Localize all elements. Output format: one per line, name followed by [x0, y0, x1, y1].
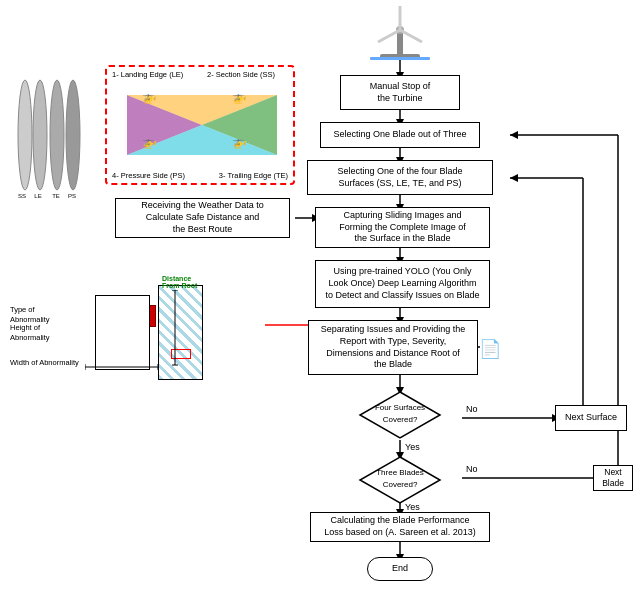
landing-edge-label: 1- Landing Edge (LE): [112, 70, 183, 79]
drone4-icon: 🚁: [142, 135, 157, 149]
select-surface-box: Selecting One of the four Blade Surfaces…: [307, 160, 493, 195]
drone-surface-diagram: 1- Landing Edge (LE) 2- Section Side (SS…: [105, 65, 295, 185]
next-blade-box: Next Blade: [593, 465, 633, 491]
select-blade-box: Selecting One Blade out of Three: [320, 122, 480, 148]
svg-point-60: [66, 80, 80, 190]
width-abnormality-label: Width of Abnormality: [10, 358, 79, 367]
manual-stop-box: Manual Stop of the Turbine: [340, 75, 460, 110]
trailing-edge-label: 3- Trailing Edge (TE): [219, 171, 288, 180]
svg-line-44: [400, 30, 422, 42]
abnormality-outline-box: [95, 295, 150, 370]
next-surface-box: Next Surface: [555, 405, 627, 431]
section-side-label: 2- Section Side (SS): [207, 70, 275, 79]
document-icon: 📄: [479, 338, 501, 360]
blade-silhouette: SS LE TE PS: [10, 70, 90, 200]
weather-data-box: Receiving the Weather Data to Calculate …: [115, 198, 290, 238]
svg-text:Covered?: Covered?: [383, 480, 418, 489]
drone2-icon: 🚁: [232, 90, 247, 104]
turbine-icon: [360, 2, 440, 62]
calc-performance-box: Calculating the Blade Performance Loss b…: [310, 512, 490, 542]
report-box: Separating Issues and Providing the Repo…: [308, 320, 478, 375]
svg-text:Four Surfaces: Four Surfaces: [375, 403, 425, 412]
svg-text:LE: LE: [34, 193, 41, 199]
end-box: End: [367, 557, 433, 581]
svg-rect-39: [397, 30, 403, 58]
svg-text:Covered?: Covered?: [383, 415, 418, 424]
capture-images-box: Capturing Sliding Images and Forming the…: [315, 207, 490, 248]
drone3-icon: 🚁: [232, 135, 247, 149]
yolo-box: Using pre-trained YOLO (You Only Look On…: [315, 260, 490, 308]
svg-point-58: [33, 80, 47, 190]
svg-text:Three Blades: Three Blades: [376, 468, 424, 477]
svg-point-59: [50, 80, 64, 190]
four-surfaces-diamond: Four Surfaces Covered?: [358, 390, 442, 440]
three-blades-diamond: Three Blades Covered?: [358, 455, 442, 505]
svg-rect-46: [370, 57, 430, 60]
type-abnormality-label: Type of Abnormality: [10, 305, 50, 325]
svg-text:TE: TE: [52, 193, 60, 199]
height-abnormality-label: Height of Abnormality: [10, 323, 50, 343]
svg-text:SS: SS: [18, 193, 26, 199]
svg-point-57: [18, 80, 32, 190]
distance-from-root-label: Distance From Root: [162, 268, 197, 289]
svg-text:PS: PS: [68, 193, 76, 199]
pressure-side-label: 4- Pressure Side (PS): [112, 171, 185, 180]
blade-cross-section: [158, 285, 203, 380]
svg-line-43: [378, 30, 400, 42]
drone1-icon: 🚁: [142, 90, 157, 104]
